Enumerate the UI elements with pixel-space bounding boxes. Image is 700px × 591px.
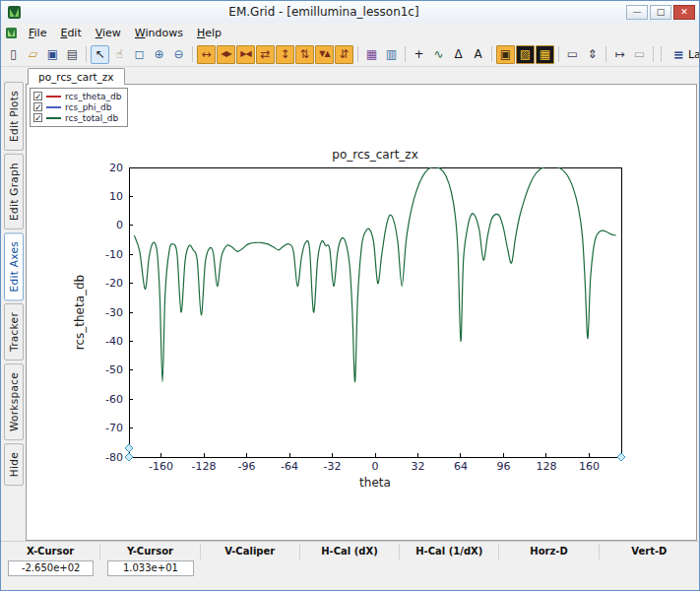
plot-frame <box>129 167 621 457</box>
cursor-handle[interactable] <box>125 444 133 452</box>
x-tick-label: -128 <box>192 460 217 473</box>
close-button[interactable]: ✕ <box>673 5 695 20</box>
legend-label: rcs_phi_db <box>65 102 111 112</box>
main-body: Edit PlotsEdit GraphEdit AxesTrackerWork… <box>1 67 699 541</box>
status-value-cell <box>400 559 499 578</box>
pan-tool-button[interactable]: ☝ <box>110 45 129 64</box>
chart-title: po_rcs_cart_zx <box>332 148 417 162</box>
print-button[interactable]: ▤ <box>63 45 82 64</box>
toolbar-buttons: ▯▱▣▤↖☝◻⊕⊖↔◀▶▶◀⇄↕⇅▼▲⇵▦▥+∿ΔA▣▨▦▭⇕↦▭ <box>4 45 657 64</box>
x-tick-label: -32 <box>324 460 342 473</box>
y-expand-tool-button[interactable]: ⇅ <box>295 45 314 64</box>
y-shift-tool-button[interactable]: ⇵ <box>335 45 353 64</box>
x-compress-tool-icon: ▶◀ <box>240 50 250 58</box>
zoom-out-tool-icon: ⊖ <box>173 48 183 60</box>
document-tab-bar: po_rcs_cart_zx <box>26 67 697 85</box>
document-icon <box>5 27 18 39</box>
legend-item: ✓rcs_total_db <box>33 112 121 123</box>
sidebar-tab-hide[interactable]: Hide <box>4 443 24 486</box>
cursor-handle[interactable] <box>125 453 133 461</box>
layout-button[interactable]: ≡ Layout ▾ <box>666 44 700 65</box>
menu-windows[interactable]: Windows <box>128 25 190 41</box>
status-value-cell <box>201 559 300 578</box>
snapshot-tool-icon: ▣ <box>500 48 511 60</box>
y-tick-label: 20 <box>109 162 123 174</box>
surface-plot-tool-button[interactable]: ▦ <box>536 45 554 64</box>
add-cursor-tool-button[interactable]: + <box>410 45 428 64</box>
maximize-button[interactable]: □ <box>650 5 671 20</box>
x-autoscale-tool-button[interactable]: ↔ <box>197 45 216 64</box>
y-autoscale-tool-button[interactable]: ↕ <box>276 45 294 64</box>
statusbar-values: -2.650e+021.033e+01 <box>1 559 699 578</box>
status-value-cell <box>499 559 599 578</box>
sidebar-tab-workspace[interactable]: Workspace <box>4 363 24 440</box>
fit-vertical-tool-button[interactable]: ⇕ <box>583 45 602 64</box>
menu-view[interactable]: View <box>89 25 128 41</box>
series-line-rcs_total_db <box>134 166 615 382</box>
toolbar-separator <box>192 46 193 62</box>
edit-curve-tool-button[interactable]: ∿ <box>429 45 448 64</box>
zoom-in-tool-button[interactable]: ⊕ <box>150 45 168 64</box>
x-compress-tool-button[interactable]: ▶◀ <box>236 45 255 64</box>
surface-plot-tool-icon: ▦ <box>540 48 550 60</box>
legend-checkbox[interactable]: ✓ <box>33 102 42 111</box>
open-folder-icon: ▱ <box>29 48 37 60</box>
x-expand-tool-button[interactable]: ◀▶ <box>217 45 235 64</box>
menu-file[interactable]: File <box>22 25 53 41</box>
open-folder-button[interactable]: ▱ <box>24 45 42 64</box>
status-column-header: Horz-D <box>499 544 599 559</box>
add-cursor-tool-icon: + <box>414 48 423 60</box>
zoom-out-tool-button[interactable]: ⊖ <box>169 45 188 64</box>
document-tab[interactable]: po_rcs_cart_zx <box>28 68 125 85</box>
sidebar-tab-edit-axes[interactable]: Edit Axes <box>4 232 24 300</box>
save-button[interactable]: ▣ <box>43 45 62 64</box>
menubar: FileEditViewWindowsHelp <box>1 23 699 42</box>
toolbar-separator <box>653 46 654 62</box>
legend-label: rcs_total_db <box>65 113 118 123</box>
sidebar: Edit PlotsEdit GraphEdit AxesTrackerWork… <box>1 67 26 541</box>
menu-help[interactable]: Help <box>190 25 228 41</box>
toolbar: ▯▱▣▤↖☝◻⊕⊖↔◀▶▶◀⇄↕⇅▼▲⇵▦▥+∿ΔA▣▨▦▭⇕↦▭ ≡ Layo… <box>1 42 699 67</box>
x-axis-label: theta <box>359 476 391 490</box>
grid-view-tool-button[interactable]: ▦ <box>362 45 381 64</box>
y-tick-label: -10 <box>105 248 123 261</box>
blank-toggle-tool-button[interactable]: ▭ <box>630 45 649 64</box>
print-icon: ▤ <box>67 48 78 60</box>
layout-button-label: Layout <box>688 48 700 61</box>
new-file-button[interactable]: ▯ <box>4 45 23 64</box>
select-tool-button[interactable]: ↖ <box>91 45 109 64</box>
h-measure-tool-button[interactable]: ↦ <box>610 45 629 64</box>
legend-line-swatch <box>46 117 61 119</box>
slope-marker-tool-button[interactable]: Δ <box>449 45 468 64</box>
x-range-select-tool-icon: ▭ <box>567 48 578 60</box>
snapshot-tool-button[interactable]: ▣ <box>496 45 515 64</box>
status-value-cell <box>600 559 699 578</box>
sidebar-tab-edit-plots[interactable]: Edit Plots <box>4 82 24 151</box>
window-buttons: —□✕ <box>626 5 695 20</box>
grid-view-tool-icon: ▦ <box>366 48 377 60</box>
x-range-select-tool-button[interactable]: ▭ <box>563 45 582 64</box>
y-tick-label: -60 <box>105 393 123 406</box>
zoom-window-tool-button[interactable]: ◻ <box>130 45 149 64</box>
text-annotation-tool-button[interactable]: A <box>469 45 487 64</box>
y-tick-label: 10 <box>109 190 123 203</box>
minimize-button[interactable]: — <box>626 5 648 20</box>
table-view-tool-button[interactable]: ▥ <box>382 45 401 64</box>
cursor-handle[interactable] <box>617 453 625 461</box>
sidebar-tab-edit-graph[interactable]: Edit Graph <box>4 154 24 230</box>
x-tick-label: -160 <box>149 460 173 473</box>
y-compress-tool-button[interactable]: ▼▲ <box>315 45 334 64</box>
status-column-header: H-Cal (dX) <box>300 544 400 559</box>
x-shift-tool-button[interactable]: ⇄ <box>256 45 275 64</box>
sidebar-tab-tracker[interactable]: Tracker <box>4 303 24 361</box>
y-tick-label: -70 <box>105 422 123 434</box>
legend-checkbox[interactable]: ✓ <box>33 92 42 100</box>
status-value-cell: 1.033e+01 <box>100 559 200 578</box>
legend-checkbox[interactable]: ✓ <box>33 113 42 122</box>
status-column-header: X-Cursor <box>1 544 100 559</box>
app-window: EM.Grid - [emillumina_lesson1c] —□✕ File… <box>0 0 700 591</box>
x-autoscale-tool-icon: ↔ <box>201 48 211 60</box>
status-column-header: Y-Cursor <box>100 544 200 559</box>
menu-edit[interactable]: Edit <box>53 25 88 41</box>
intensity-plot-tool-button[interactable]: ▨ <box>516 45 535 64</box>
